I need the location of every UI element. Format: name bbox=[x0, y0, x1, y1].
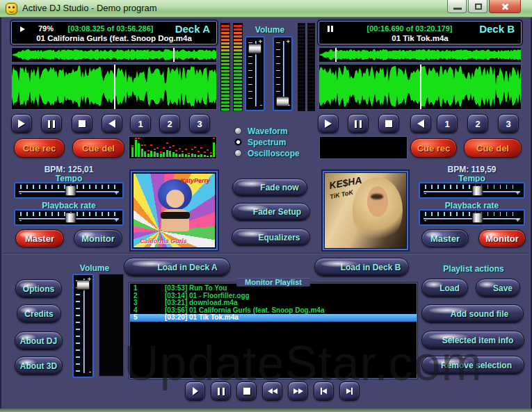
play-icon bbox=[18, 120, 25, 128]
deck-b-center-marker bbox=[420, 65, 421, 109]
deck-b-zoom-waveform[interactable] bbox=[319, 64, 522, 110]
stop-icon bbox=[243, 388, 250, 395]
deck-b-time: [00:16.690 of 03:20.179] bbox=[347, 24, 472, 33]
rewind-button[interactable] bbox=[262, 381, 282, 401]
deck-b-overview-waveform[interactable] bbox=[319, 47, 522, 63]
pause-icon bbox=[355, 120, 362, 128]
monitor-pause-button[interactable] bbox=[211, 381, 231, 401]
about-3d-button[interactable]: About 3D bbox=[15, 356, 63, 375]
deck-b-back-button[interactable] bbox=[410, 114, 431, 133]
plus-label: + bbox=[115, 190, 118, 197]
selected-item-info-button[interactable]: Selected item info bbox=[421, 331, 524, 349]
deck-b-vu-meter-right bbox=[307, 23, 315, 111]
maximize-button[interactable] bbox=[468, 0, 487, 13]
close-button[interactable] bbox=[489, 0, 521, 13]
deck-b-position-marker bbox=[335, 48, 337, 62]
deck-b-playback-thumb[interactable] bbox=[472, 213, 483, 223]
radio-waveform[interactable]: Waveform bbox=[234, 126, 288, 135]
deck-b-playback-slider[interactable]: - + bbox=[419, 209, 525, 226]
deck-a-volume-thumb[interactable] bbox=[248, 44, 261, 53]
deck-a-overview-waveform[interactable] bbox=[11, 47, 217, 63]
deck-a-tempo-thumb[interactable] bbox=[65, 186, 76, 196]
deck-a-cue-del-button[interactable]: Cue del bbox=[72, 138, 124, 158]
deck-a-playback-thumb[interactable] bbox=[65, 213, 76, 223]
deck-b-volume-slider[interactable]: + - bbox=[273, 36, 293, 111]
deck-b-tempo-thumb[interactable] bbox=[472, 186, 483, 196]
pause-icon bbox=[48, 120, 55, 128]
playlist-header: Monitor Playlist bbox=[129, 275, 417, 288]
minus-label: - bbox=[19, 190, 22, 197]
tick-marks bbox=[276, 42, 280, 105]
deck-b-cue-del-button[interactable]: Cue del bbox=[464, 138, 522, 158]
previous-track-button[interactable] bbox=[314, 381, 334, 401]
minimize-button[interactable] bbox=[447, 0, 467, 13]
playlist-title: Monitor Playlist bbox=[236, 278, 310, 286]
deck-a-hotcue-3-button[interactable]: 3 bbox=[189, 114, 210, 133]
deck-a-monitor-button[interactable]: Monitor bbox=[74, 229, 122, 247]
deck-b-stop-button[interactable] bbox=[378, 114, 399, 133]
load-in-deck-a-button[interactable]: Load in Deck A bbox=[124, 258, 230, 277]
deck-a-back-button[interactable] bbox=[102, 114, 122, 133]
album-art-image: KE$HA TiK ToK bbox=[325, 173, 406, 248]
album-title-text: California Gurls bbox=[140, 238, 187, 245]
playlist-row[interactable]: 5[03:20] 01 Tik Tok.m4a bbox=[130, 314, 417, 322]
back-icon bbox=[417, 120, 424, 128]
deck-b-display: [00:16.690 of 03:20.179] Deck B 01 Tik T… bbox=[319, 21, 522, 44]
deck-a-cue-rec-button[interactable]: Cue rec bbox=[14, 138, 65, 158]
deck-a-play-button[interactable] bbox=[11, 114, 32, 133]
deck-b-vu-meter-left bbox=[298, 23, 305, 111]
add-sound-file-button[interactable]: Add sound file bbox=[421, 304, 524, 323]
deck-a-label: Deck A bbox=[175, 23, 210, 35]
about-dj-button[interactable]: About DJ bbox=[15, 331, 63, 350]
monitor-play-button[interactable] bbox=[185, 381, 205, 401]
deck-a-time: [03:08.325 of 03:56.286] bbox=[54, 24, 168, 33]
deck-b-master-button[interactable]: Master bbox=[421, 229, 469, 247]
fast-forward-icon bbox=[293, 388, 298, 394]
deck-a-hotcue-2-button[interactable]: 2 bbox=[159, 114, 180, 133]
next-track-button[interactable] bbox=[339, 381, 360, 401]
playlist-load-button[interactable]: Load bbox=[421, 279, 468, 297]
monitor-stop-button[interactable] bbox=[236, 381, 257, 401]
deck-a-position-marker bbox=[173, 48, 175, 62]
equalizers-button[interactable]: Equalizers bbox=[232, 229, 310, 246]
deck-a-volume-slider[interactable]: + - bbox=[245, 36, 265, 111]
deck-a-master-button[interactable]: Master bbox=[15, 229, 64, 247]
deck-a-hotcue-1-button[interactable]: 1 bbox=[130, 114, 151, 133]
album-art-image: KatyPerry California Gurls bbox=[134, 174, 215, 247]
deck-a-vu-meter-left bbox=[220, 23, 230, 111]
deck-a-playback-slider[interactable]: - + bbox=[14, 209, 124, 226]
load-in-deck-b-button[interactable]: Load in Deck B bbox=[314, 258, 409, 277]
deck-b-tempo-slider[interactable]: - + bbox=[419, 182, 525, 199]
deck-b-monitor-button[interactable]: Monitor bbox=[478, 229, 526, 247]
monitor-vu-meter bbox=[99, 274, 124, 377]
deck-a-album-art: KatyPerry California Gurls bbox=[129, 170, 219, 252]
radio-oscilloscope[interactable]: Oscilloscope bbox=[234, 149, 300, 158]
playlist-actions-label: Playlist actions bbox=[421, 264, 526, 274]
fast-forward-button[interactable] bbox=[288, 381, 308, 401]
deck-a-zoom-waveform[interactable] bbox=[11, 64, 217, 110]
fade-now-button[interactable]: Fade now bbox=[232, 179, 307, 197]
monitor-volume-slider[interactable]: + - bbox=[72, 274, 94, 378]
volume-label: Volume bbox=[245, 25, 295, 35]
deck-a-center-marker bbox=[114, 65, 115, 109]
pause-state-icon bbox=[328, 26, 333, 32]
deck-b-cue-rec-button[interactable]: Cue rec bbox=[410, 138, 457, 158]
deck-b-hotcue-1-button[interactable]: 1 bbox=[437, 114, 458, 133]
remove-selection-button[interactable]: Remove selection bbox=[421, 356, 524, 374]
fader-setup-button[interactable]: Fader Setup bbox=[232, 203, 310, 221]
deck-a-stop-button[interactable] bbox=[72, 114, 92, 133]
credits-button[interactable]: Credits bbox=[17, 304, 61, 323]
playlist-save-button[interactable]: Save bbox=[476, 279, 520, 297]
deck-b-hotcue-2-button[interactable]: 2 bbox=[467, 114, 488, 133]
deck-b-track-title: 01 Tik Tok.m4a bbox=[319, 34, 521, 42]
deck-a-tempo-slider[interactable]: - + bbox=[14, 182, 124, 199]
stop-icon bbox=[79, 120, 86, 127]
rewind-icon bbox=[268, 388, 273, 394]
deck-b-pause-button[interactable] bbox=[348, 114, 369, 133]
radio-spectrum[interactable]: Spectrum bbox=[234, 138, 286, 147]
options-button[interactable]: Options bbox=[15, 279, 62, 298]
deck-a-pause-button[interactable] bbox=[41, 114, 62, 133]
deck-b-bpm: BPM: 119,59 bbox=[419, 165, 525, 174]
deck-b-play-button[interactable] bbox=[318, 114, 339, 133]
deck-b-hotcue-3-button[interactable]: 3 bbox=[498, 114, 519, 133]
